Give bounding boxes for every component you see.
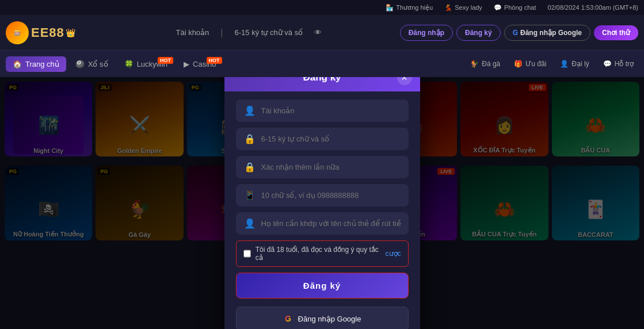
lottery-icon: 🎱 — [75, 60, 85, 68]
phone-icon: 📱 — [244, 190, 256, 201]
topbar-item-chat[interactable]: 💬 Phòng chat — [494, 4, 536, 12]
hot-badge-lucky: HOT — [158, 57, 173, 64]
modal-title: Đăng ký — [303, 77, 341, 83]
crown-icon: 👑 — [66, 28, 75, 37]
lock-icon-confirm: 🔒 — [244, 162, 256, 173]
nav-item-support[interactable]: 💬 Hỗ trợ — [599, 58, 638, 70]
google-icon: G — [283, 313, 294, 324]
terms-checkbox[interactable] — [243, 250, 251, 258]
top-bar: 🏪 Thương hiệu 💃 Sexy lady 💬 Phòng chat 0… — [0, 0, 644, 15]
agent-icon: 👤 — [560, 60, 569, 68]
logo-text: EE88 — [31, 25, 64, 40]
nav-item-uudai[interactable]: 🎁 Ưu đãi — [509, 58, 551, 70]
fullname-input[interactable] — [261, 219, 401, 228]
google-icon: G — [513, 29, 518, 37]
navbar: 🏠 Trang chủ 🎱 Xổ số 🍀 Luckywin HOT ▶ Cas… — [0, 51, 644, 77]
register-submit-button[interactable]: Đăng ký — [236, 273, 409, 299]
chat-icon: 💬 — [494, 4, 502, 12]
person-icon-account: 👤 — [244, 105, 256, 116]
navbar-right: 🐓 Đá gà 🎁 Ưu đãi 👤 Đại lý 💬 Hỗ trợ — [466, 58, 638, 70]
nav-item-daga[interactable]: 🐓 Đá gà — [466, 58, 505, 70]
header-middle: Tài khoản | 6-15 ký tự chữ và số 👁 — [98, 28, 400, 38]
confirm-password-input[interactable] — [261, 163, 401, 171]
header-right: Đăng nhập Đăng ký G Đăng nhập Google Chơ… — [400, 25, 638, 41]
logo-badge: 🎰 — [6, 21, 29, 44]
header-link-account[interactable]: Tài khoản — [176, 28, 209, 37]
nav-item-daily[interactable]: 👤 Đại lý — [555, 58, 593, 70]
header: 🎰 EE88 👑 Tài khoản | 6-15 ký tự chữ và s… — [0, 15, 644, 51]
register-modal: Đăng ký × 👤 🔒 🔒 — [224, 77, 420, 329]
eye-icon[interactable]: 👁 — [314, 28, 322, 37]
nav-item-home[interactable]: 🏠 Trang chủ — [6, 56, 66, 72]
terms-link[interactable]: cược — [386, 250, 401, 258]
play-button[interactable]: Chơi thử — [594, 25, 638, 40]
topbar-item-thuonghieu[interactable]: 🏪 Thương hiệu — [386, 4, 433, 12]
sexy-icon: 💃 — [444, 4, 452, 12]
fullname-input-row: 👤 — [236, 212, 409, 235]
password-input[interactable] — [261, 135, 401, 143]
modal-body: 👤 🔒 🔒 📱 — [224, 91, 420, 307]
nav-item-luckywin[interactable]: 🍀 Luckywin HOT — [117, 56, 174, 72]
person-icon-name: 👤 — [244, 218, 256, 229]
topbar-datetime: 02/08/2024 1:53:00am (GMT+8) — [548, 4, 638, 11]
phone-input-row: 📱 — [236, 184, 409, 206]
content: 🌃 PG Night City ⚔️ JILI Golden Empire 🎰 … — [0, 77, 644, 329]
cock-icon: 🐓 — [470, 60, 479, 68]
phone-input[interactable] — [261, 191, 401, 200]
modal-header: Đăng ký × — [224, 77, 420, 91]
home-icon: 🏠 — [13, 60, 22, 68]
confirm-password-input-row: 🔒 — [236, 156, 409, 178]
google-signin-button[interactable]: G Đăng nhập Google — [236, 307, 409, 329]
casino-icon: ▶ — [184, 60, 189, 68]
password-input-row: 🔒 — [236, 128, 409, 150]
modal-close-button[interactable]: × — [397, 77, 412, 85]
terms-checkbox-row: Tôi đã 18 tuổi, đã đọc và đồng ý quy tắc… — [236, 240, 409, 267]
header-link-password[interactable]: 6-15 ký tự chữ và số — [235, 28, 303, 37]
lock-icon-password: 🔒 — [244, 133, 256, 144]
gift-icon: 🎁 — [514, 60, 523, 68]
store-icon: 🏪 — [386, 4, 394, 12]
login-button[interactable]: Đăng nhập — [400, 25, 453, 41]
account-input-row: 👤 — [236, 100, 409, 122]
terms-text: Tôi đã 18 tuổi, đã đọc và đồng ý quy tắc… — [256, 246, 381, 262]
logo[interactable]: 🎰 EE88 👑 — [6, 21, 98, 44]
topbar-item-sexy[interactable]: 💃 Sexy lady — [444, 4, 482, 12]
lucky-icon: 🍀 — [124, 60, 134, 68]
nav-item-lottery[interactable]: 🎱 Xổ số — [68, 56, 115, 72]
register-button[interactable]: Đăng ký — [456, 25, 501, 41]
modal-overlay: Đăng ký × 👤 🔒 🔒 — [0, 77, 644, 329]
nav-item-casino[interactable]: ▶ Casino HOT — [177, 56, 223, 72]
hot-badge-casino: HOT — [207, 57, 222, 64]
account-input[interactable] — [261, 106, 401, 115]
google-login-button[interactable]: G Đăng nhập Google — [504, 25, 590, 41]
support-icon: 💬 — [603, 60, 612, 68]
